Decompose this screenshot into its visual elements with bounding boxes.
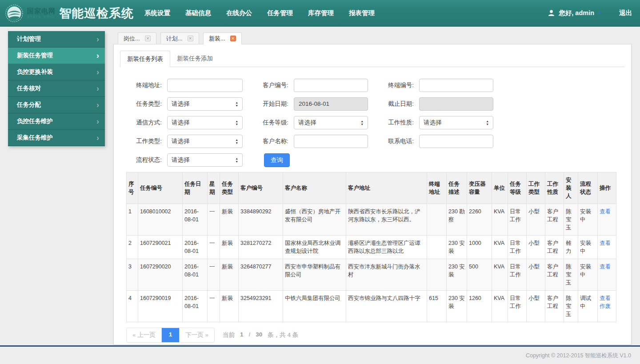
open-tab-0[interactable]: 岗位...×: [118, 32, 156, 44]
sidebar-item-4[interactable]: 任务分配›: [8, 97, 105, 113]
subtab-0[interactable]: 新装任务列表: [120, 51, 170, 67]
cell: 1608010002: [138, 204, 183, 236]
cell: 230 安装: [447, 236, 467, 259]
form-label: 客户编号:: [240, 79, 288, 92]
cell-actions: 查看: [598, 236, 616, 259]
cell: 2: [127, 236, 138, 259]
cell: 雒力: [564, 236, 578, 259]
action-link[interactable]: 查看: [600, 239, 614, 247]
action-link[interactable]: 查看: [600, 263, 614, 271]
tab-close-icon[interactable]: ×: [188, 36, 193, 41]
sidebar-item-label: 负控任务维护: [17, 117, 96, 125]
column-header: 单位: [492, 172, 508, 204]
column-header: 安装人: [564, 172, 578, 204]
column-header: 客户编号: [239, 172, 283, 204]
form-select[interactable]: 请选择▲▼: [419, 116, 493, 129]
subtab-bar: 新装任务列表新装任务添加: [120, 51, 625, 67]
pagination-page-size: 30: [256, 331, 262, 339]
form-label: 终端地址:: [114, 79, 162, 92]
user-greeting: 您好, admin: [559, 9, 594, 17]
select-arrows-icon: ▲▼: [236, 139, 238, 144]
form-input[interactable]: [419, 135, 493, 148]
cell: 客户工程: [545, 236, 564, 259]
logout-button[interactable]: 退出: [619, 9, 632, 17]
open-tab-2[interactable]: 新装...×: [203, 32, 242, 44]
form-input[interactable]: 2016-08-01: [294, 97, 368, 111]
form-label: 工作类型:: [114, 135, 162, 148]
top-nav-item-5[interactable]: 报表管理: [349, 9, 375, 17]
form-select[interactable]: 请选择▲▼: [167, 97, 243, 111]
form-select[interactable]: 请选择▲▼: [167, 116, 243, 129]
form-select[interactable]: 请选择▲▼: [167, 135, 243, 148]
form-input[interactable]: [294, 79, 368, 92]
action-link[interactable]: 查看: [600, 294, 614, 302]
sidebar-item-1[interactable]: 新装任务管理›: [8, 48, 105, 64]
top-nav-item-2[interactable]: 在线办公: [226, 9, 252, 17]
cell: 3281270272: [239, 236, 283, 259]
query-button[interactable]: 查询: [264, 153, 290, 167]
cell: 615: [427, 291, 447, 322]
form-input[interactable]: [294, 135, 368, 148]
top-nav-item-1[interactable]: 基础信息: [185, 9, 211, 17]
org-name: 国家电网 STATE GRID: [27, 8, 56, 19]
form-input[interactable]: [419, 79, 493, 92]
main-area: 岗位...×计划...×新装...× 新装任务列表新装任务添加 终端地址:客户编…: [113, 32, 632, 345]
form-label: 通信方式:: [114, 116, 162, 129]
cell: [427, 236, 447, 259]
table-row: 316072900202016-08-01一新装3264870277西安市申华塑…: [127, 259, 616, 291]
action-link[interactable]: 查看: [600, 208, 614, 216]
chevron-right-icon: ›: [96, 84, 99, 92]
cell: 2260: [467, 204, 492, 236]
select-value: 请选择: [172, 156, 236, 164]
tab-close-icon[interactable]: ×: [230, 36, 236, 41]
form-input[interactable]: [167, 79, 243, 92]
cell: 盛恒（西安）房地产开发有限公司: [283, 204, 346, 236]
cell: 2016-08-01: [183, 204, 208, 236]
cell: 陈宝玉: [564, 291, 578, 322]
next-page-button[interactable]: 下一页 »: [180, 328, 214, 342]
form-label: 终端编号:: [366, 79, 414, 92]
user-menu[interactable]: 您好, admin ▼: [548, 9, 601, 17]
chevron-right-icon: ›: [96, 117, 99, 125]
form-input[interactable]: [419, 97, 493, 111]
sidebar-item-3[interactable]: 任务核对›: [8, 80, 105, 97]
prev-page-button[interactable]: « 上一页: [127, 328, 162, 342]
column-header: 流程状态: [578, 172, 598, 204]
column-header: 任务编号: [138, 172, 183, 204]
open-tab-1[interactable]: 计划...×: [160, 32, 199, 44]
sidebar-item-6[interactable]: 采集任务维护›: [8, 130, 105, 146]
user-area: 您好, admin ▼ 退出: [548, 9, 640, 17]
current-page-button[interactable]: 1: [162, 328, 180, 342]
cell: KVA: [492, 259, 508, 291]
column-header: 序号: [127, 172, 138, 204]
cell: 西安市沣东新城斗门街办落水村: [346, 259, 427, 291]
brand: 国家电网 STATE GRID 智能巡检系统: [0, 4, 134, 22]
form-select[interactable]: 请选择▲▼: [167, 153, 243, 167]
cell: 3254923291: [239, 291, 283, 322]
column-header: 任务描述: [447, 172, 467, 204]
column-header: 工作性质: [545, 172, 564, 204]
cell: 一: [208, 259, 220, 291]
sidebar-item-label: 新装任务管理: [17, 52, 96, 60]
sidebar-item-5[interactable]: 负控任务维护›: [8, 113, 105, 130]
cell: 日常工作: [508, 259, 527, 291]
cell: [427, 259, 447, 291]
top-nav-item-0[interactable]: 系统设置: [144, 9, 170, 17]
cell: 客户工程: [545, 291, 564, 322]
tab-close-icon[interactable]: ×: [145, 36, 151, 41]
form-row: 流程状态:请选择▲▼查询: [114, 153, 631, 167]
form-label: 流程状态:: [114, 153, 162, 167]
top-nav-item-3[interactable]: 任务管理: [267, 9, 293, 17]
cell: 调试中: [578, 291, 598, 322]
cell: 230 安装: [447, 291, 467, 322]
action-link[interactable]: 作废: [600, 302, 614, 310]
subtab-1[interactable]: 新装任务添加: [170, 51, 220, 67]
sidebar-item-2[interactable]: 负控更换补装›: [8, 64, 105, 80]
top-nav-item-4[interactable]: 库存管理: [308, 9, 334, 17]
form-select[interactable]: 请选择▲▼: [294, 116, 368, 129]
sidebar-item-0[interactable]: 计划管理›: [8, 31, 105, 48]
cell: 安装中: [578, 204, 598, 236]
form-label: 截止日期:: [366, 97, 414, 111]
cell: 陈宝玉: [564, 204, 578, 236]
cell: 新装: [220, 259, 239, 291]
